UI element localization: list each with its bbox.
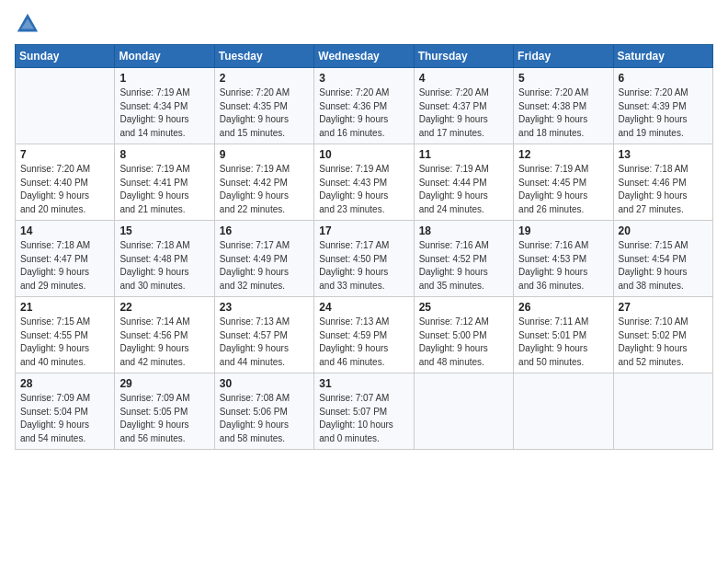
day-number: 22 bbox=[119, 301, 209, 314]
cell-info: Sunrise: 7:13 AMSunset: 4:59 PMDaylight:… bbox=[319, 316, 408, 369]
day-number: 4 bbox=[419, 72, 508, 85]
calendar-cell: 24Sunrise: 7:13 AMSunset: 4:59 PMDayligh… bbox=[314, 297, 414, 373]
calendar-cell: 12Sunrise: 7:19 AMSunset: 4:45 PMDayligh… bbox=[514, 144, 613, 221]
calendar-cell: 29Sunrise: 7:09 AMSunset: 5:05 PMDayligh… bbox=[115, 373, 214, 450]
cell-info: Sunrise: 7:19 AMSunset: 4:42 PMDaylight:… bbox=[220, 163, 309, 216]
calendar-cell: 3Sunrise: 7:20 AMSunset: 4:36 PMDaylight… bbox=[314, 68, 414, 144]
calendar-cell: 26Sunrise: 7:11 AMSunset: 5:01 PMDayligh… bbox=[514, 297, 613, 373]
logo bbox=[15, 11, 44, 37]
day-number: 1 bbox=[119, 72, 209, 85]
week-row-0: 1Sunrise: 7:19 AMSunset: 4:34 PMDaylight… bbox=[16, 68, 713, 144]
day-number: 14 bbox=[20, 224, 109, 237]
day-number: 5 bbox=[518, 72, 608, 85]
calendar-cell: 20Sunrise: 7:15 AMSunset: 4:54 PMDayligh… bbox=[613, 221, 712, 297]
day-number: 15 bbox=[119, 224, 209, 237]
calendar-cell: 17Sunrise: 7:17 AMSunset: 4:50 PMDayligh… bbox=[314, 221, 414, 297]
day-number: 11 bbox=[419, 148, 508, 161]
cell-info: Sunrise: 7:20 AMSunset: 4:39 PMDaylight:… bbox=[619, 86, 708, 140]
col-header-sunday: Sunday bbox=[16, 45, 115, 68]
cell-info: Sunrise: 7:20 AMSunset: 4:36 PMDaylight:… bbox=[319, 86, 408, 140]
calendar-cell: 7Sunrise: 7:20 AMSunset: 4:40 PMDaylight… bbox=[16, 144, 115, 221]
day-number: 7 bbox=[20, 148, 109, 161]
calendar-cell: 18Sunrise: 7:16 AMSunset: 4:52 PMDayligh… bbox=[414, 221, 513, 297]
calendar-table: SundayMondayTuesdayWednesdayThursdayFrid… bbox=[15, 44, 713, 450]
cell-info: Sunrise: 7:18 AMSunset: 4:48 PMDaylight:… bbox=[119, 239, 209, 293]
calendar-cell: 13Sunrise: 7:18 AMSunset: 4:46 PMDayligh… bbox=[613, 144, 712, 221]
day-number: 29 bbox=[119, 377, 209, 390]
calendar-cell: 4Sunrise: 7:20 AMSunset: 4:37 PMDaylight… bbox=[414, 68, 513, 144]
calendar-cell: 31Sunrise: 7:07 AMSunset: 5:07 PMDayligh… bbox=[314, 373, 414, 450]
cell-info: Sunrise: 7:07 AMSunset: 5:07 PMDaylight:… bbox=[319, 392, 408, 445]
day-number: 3 bbox=[319, 72, 408, 85]
calendar-cell: 30Sunrise: 7:08 AMSunset: 5:06 PMDayligh… bbox=[214, 373, 313, 450]
calendar-cell: 21Sunrise: 7:15 AMSunset: 4:55 PMDayligh… bbox=[16, 297, 115, 373]
cell-info: Sunrise: 7:16 AMSunset: 4:53 PMDaylight:… bbox=[518, 239, 608, 293]
day-number: 25 bbox=[419, 301, 508, 314]
calendar-cell: 6Sunrise: 7:20 AMSunset: 4:39 PMDaylight… bbox=[613, 68, 712, 144]
calendar-cell: 2Sunrise: 7:20 AMSunset: 4:35 PMDaylight… bbox=[214, 68, 313, 144]
calendar-cell bbox=[414, 373, 513, 450]
calendar-cell: 14Sunrise: 7:18 AMSunset: 4:47 PMDayligh… bbox=[16, 221, 115, 297]
cell-info: Sunrise: 7:19 AMSunset: 4:34 PMDaylight:… bbox=[119, 86, 209, 140]
day-number: 13 bbox=[619, 148, 708, 161]
calendar-cell: 1Sunrise: 7:19 AMSunset: 4:34 PMDaylight… bbox=[115, 68, 214, 144]
page: SundayMondayTuesdayWednesdayThursdayFrid… bbox=[0, 0, 728, 563]
day-number: 9 bbox=[220, 148, 309, 161]
cell-info: Sunrise: 7:12 AMSunset: 5:00 PMDaylight:… bbox=[419, 316, 508, 369]
calendar-cell: 22Sunrise: 7:14 AMSunset: 4:56 PMDayligh… bbox=[115, 297, 214, 373]
logo-icon bbox=[15, 11, 40, 37]
col-header-tuesday: Tuesday bbox=[214, 45, 313, 68]
header-row: SundayMondayTuesdayWednesdayThursdayFrid… bbox=[16, 45, 713, 68]
day-number: 28 bbox=[20, 377, 109, 390]
day-number: 16 bbox=[220, 224, 309, 237]
cell-info: Sunrise: 7:19 AMSunset: 4:45 PMDaylight:… bbox=[518, 163, 608, 216]
calendar-cell: 16Sunrise: 7:17 AMSunset: 4:49 PMDayligh… bbox=[214, 221, 313, 297]
day-number: 30 bbox=[220, 377, 309, 390]
col-header-thursday: Thursday bbox=[414, 45, 513, 68]
cell-info: Sunrise: 7:10 AMSunset: 5:02 PMDaylight:… bbox=[619, 316, 708, 369]
calendar-cell bbox=[514, 373, 613, 450]
col-header-saturday: Saturday bbox=[613, 45, 712, 68]
day-number: 31 bbox=[319, 377, 408, 390]
cell-info: Sunrise: 7:18 AMSunset: 4:46 PMDaylight:… bbox=[619, 163, 708, 216]
calendar-cell bbox=[613, 373, 712, 450]
cell-info: Sunrise: 7:20 AMSunset: 4:38 PMDaylight:… bbox=[518, 86, 608, 140]
cell-info: Sunrise: 7:17 AMSunset: 4:50 PMDaylight:… bbox=[319, 239, 408, 293]
calendar-cell bbox=[16, 68, 115, 144]
calendar-cell: 11Sunrise: 7:19 AMSunset: 4:44 PMDayligh… bbox=[414, 144, 513, 221]
day-number: 17 bbox=[319, 224, 408, 237]
cell-info: Sunrise: 7:18 AMSunset: 4:47 PMDaylight:… bbox=[20, 239, 109, 293]
day-number: 21 bbox=[20, 301, 109, 314]
col-header-monday: Monday bbox=[115, 45, 214, 68]
calendar-cell: 23Sunrise: 7:13 AMSunset: 4:57 PMDayligh… bbox=[214, 297, 313, 373]
calendar-cell: 28Sunrise: 7:09 AMSunset: 5:04 PMDayligh… bbox=[16, 373, 115, 450]
cell-info: Sunrise: 7:20 AMSunset: 4:37 PMDaylight:… bbox=[419, 86, 508, 140]
day-number: 8 bbox=[119, 148, 209, 161]
calendar-cell: 27Sunrise: 7:10 AMSunset: 5:02 PMDayligh… bbox=[613, 297, 712, 373]
calendar-cell: 8Sunrise: 7:19 AMSunset: 4:41 PMDaylight… bbox=[115, 144, 214, 221]
cell-info: Sunrise: 7:20 AMSunset: 4:35 PMDaylight:… bbox=[220, 86, 309, 140]
day-number: 12 bbox=[518, 148, 608, 161]
calendar-cell: 10Sunrise: 7:19 AMSunset: 4:43 PMDayligh… bbox=[314, 144, 414, 221]
cell-info: Sunrise: 7:09 AMSunset: 5:05 PMDaylight:… bbox=[119, 392, 209, 445]
day-number: 2 bbox=[220, 72, 309, 85]
cell-info: Sunrise: 7:19 AMSunset: 4:41 PMDaylight:… bbox=[119, 163, 209, 216]
cell-info: Sunrise: 7:15 AMSunset: 4:54 PMDaylight:… bbox=[619, 239, 708, 293]
header bbox=[15, 11, 713, 37]
calendar-cell: 19Sunrise: 7:16 AMSunset: 4:53 PMDayligh… bbox=[514, 221, 613, 297]
calendar-cell: 5Sunrise: 7:20 AMSunset: 4:38 PMDaylight… bbox=[514, 68, 613, 144]
week-row-1: 7Sunrise: 7:20 AMSunset: 4:40 PMDaylight… bbox=[16, 144, 713, 221]
calendar-cell: 15Sunrise: 7:18 AMSunset: 4:48 PMDayligh… bbox=[115, 221, 214, 297]
cell-info: Sunrise: 7:19 AMSunset: 4:43 PMDaylight:… bbox=[319, 163, 408, 216]
cell-info: Sunrise: 7:17 AMSunset: 4:49 PMDaylight:… bbox=[220, 239, 309, 293]
day-number: 6 bbox=[619, 72, 708, 85]
cell-info: Sunrise: 7:20 AMSunset: 4:40 PMDaylight:… bbox=[20, 163, 109, 216]
cell-info: Sunrise: 7:16 AMSunset: 4:52 PMDaylight:… bbox=[419, 239, 508, 293]
day-number: 18 bbox=[419, 224, 508, 237]
week-row-2: 14Sunrise: 7:18 AMSunset: 4:47 PMDayligh… bbox=[16, 221, 713, 297]
col-header-wednesday: Wednesday bbox=[314, 45, 414, 68]
cell-info: Sunrise: 7:19 AMSunset: 4:44 PMDaylight:… bbox=[419, 163, 508, 216]
cell-info: Sunrise: 7:08 AMSunset: 5:06 PMDaylight:… bbox=[220, 392, 309, 445]
day-number: 26 bbox=[518, 301, 608, 314]
day-number: 24 bbox=[319, 301, 408, 314]
